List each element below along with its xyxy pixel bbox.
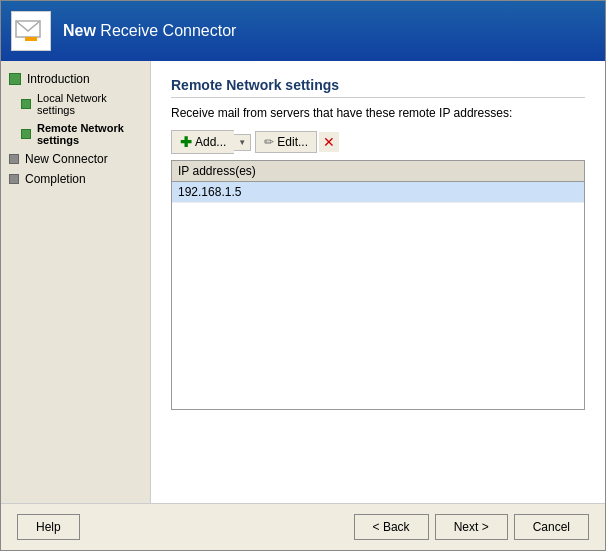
- cancel-button[interactable]: Cancel: [514, 514, 589, 540]
- sidebar-introduction-label: Introduction: [27, 72, 90, 86]
- title-icon: [11, 11, 51, 51]
- remote-network-icon: [21, 129, 31, 139]
- sidebar-item-remote-network[interactable]: Remote Network settings: [1, 119, 150, 149]
- ip-address-value: 192.168.1.5: [178, 185, 241, 199]
- pencil-icon: ✏: [264, 135, 274, 149]
- sidebar: Introduction Local Network settings Remo…: [1, 61, 151, 503]
- ip-list-area[interactable]: IP address(es) 192.168.1.5: [171, 160, 585, 410]
- sidebar-remote-network-label: Remote Network settings: [37, 122, 142, 146]
- title-strong: New: [63, 22, 96, 39]
- content-area: Introduction Local Network settings Remo…: [1, 61, 605, 503]
- main-content: Remote Network settings Receive mail fro…: [151, 61, 605, 503]
- sidebar-item-local-network[interactable]: Local Network settings: [1, 89, 150, 119]
- toolbar: ✚ Add... ▼ ✏ Edit... ✕: [171, 130, 585, 154]
- completion-icon: [9, 174, 19, 184]
- title-text: New Receive Connector: [63, 22, 236, 40]
- local-network-icon: [21, 99, 31, 109]
- footer: Help < Back Next > Cancel: [1, 503, 605, 550]
- dialog-window: New Receive Connector Introduction Local…: [0, 0, 606, 551]
- next-button[interactable]: Next >: [435, 514, 508, 540]
- help-button[interactable]: Help: [17, 514, 80, 540]
- add-dropdown-button[interactable]: ▼: [234, 134, 251, 151]
- sidebar-item-new-connector[interactable]: New Connector: [1, 149, 150, 169]
- sidebar-local-network-label: Local Network settings: [37, 92, 142, 116]
- add-button[interactable]: ✚ Add...: [171, 130, 234, 154]
- title-bar: New Receive Connector: [1, 1, 605, 61]
- section-title: Remote Network settings: [171, 77, 585, 98]
- edit-button[interactable]: ✏ Edit...: [255, 131, 317, 153]
- svg-rect-1: [25, 37, 37, 41]
- ip-column-header: IP address(es): [172, 161, 584, 182]
- dropdown-arrow-icon: ▼: [238, 138, 246, 147]
- sidebar-new-connector-label: New Connector: [25, 152, 108, 166]
- description-text: Receive mail from servers that have thes…: [171, 106, 585, 120]
- delete-button[interactable]: ✕: [319, 132, 339, 152]
- footer-right-buttons: < Back Next > Cancel: [354, 514, 589, 540]
- delete-icon: ✕: [323, 134, 335, 150]
- edit-label: Edit...: [277, 135, 308, 149]
- introduction-icon: [9, 73, 21, 85]
- title-rest: Receive Connector: [96, 22, 237, 39]
- sidebar-item-completion[interactable]: Completion: [1, 169, 150, 189]
- plus-icon: ✚: [180, 134, 192, 150]
- back-button[interactable]: < Back: [354, 514, 429, 540]
- envelope-icon: [13, 13, 49, 49]
- new-connector-icon: [9, 154, 19, 164]
- sidebar-completion-label: Completion: [25, 172, 86, 186]
- add-label: Add...: [195, 135, 226, 149]
- table-row[interactable]: 192.168.1.5: [172, 182, 584, 203]
- sidebar-item-introduction[interactable]: Introduction: [1, 69, 150, 89]
